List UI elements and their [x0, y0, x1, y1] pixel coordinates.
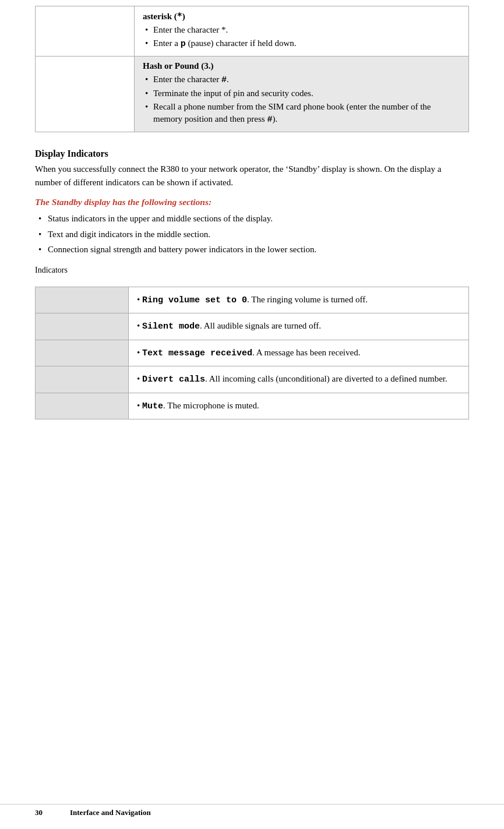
asterisk-title: asterisk (*) [143, 11, 460, 22]
list-item: Text and digit indicators in the middle … [35, 228, 469, 241]
indicator-icon-cell [36, 340, 129, 366]
footer-title: Interface and Navigation [70, 808, 151, 817]
list-item: Enter the character #. [143, 73, 460, 86]
list-item: Enter the character *. [143, 24, 460, 36]
page-footer: 30 Interface and Navigation [0, 804, 504, 817]
hash-bullets: Enter the character #. Terminate the inp… [143, 73, 460, 126]
table-row-hash: Hash or Pound (3.) Enter the character #… [36, 57, 469, 132]
list-item: Terminate the input of pin and security … [143, 87, 460, 100]
indicator-icon-cell [36, 366, 129, 393]
indicator-label: Mute [142, 401, 163, 411]
asterisk-icon-cell [36, 6, 135, 57]
indicator-label: Text message received [142, 348, 252, 358]
table-row: • Divert calls. All incoming calls (unco… [36, 366, 469, 393]
standby-list: Status indicators in the upper and middl… [35, 212, 469, 256]
indicator-icon-cell [36, 287, 129, 313]
indicators-label: Indicators [35, 266, 469, 275]
list-item: Enter a p (pause) character if held down… [143, 37, 460, 50]
table-row: • Ring volume set to 0. The ringing volu… [36, 287, 469, 313]
table-row: • Text message received. A message has b… [36, 340, 469, 366]
key-table: asterisk (*) Enter the character *. Ente… [35, 6, 469, 132]
page-content: asterisk (*) Enter the character *. Ente… [0, 0, 504, 472]
hash-char2: # [267, 115, 272, 125]
asterisk-desc-cell: asterisk (*) Enter the character *. Ente… [135, 6, 469, 57]
indicator-desc-cell: • Mute. The microphone is muted. [129, 393, 469, 419]
table-row: • Mute. The microphone is muted. [36, 393, 469, 419]
hash-desc-cell: Hash or Pound (3.) Enter the character #… [135, 57, 469, 132]
hash-icon-cell [36, 57, 135, 132]
standby-heading: The Standby display has the following se… [35, 197, 469, 207]
indicator-label: Divert calls [142, 375, 205, 384]
hash-char: # [221, 75, 227, 85]
indicator-icon-cell [36, 313, 129, 340]
display-indicators-body: When you successfully connect the R380 t… [35, 163, 469, 189]
table-row: • Silent mode. All audible signals are t… [36, 313, 469, 340]
hash-title: Hash or Pound (3.) [143, 61, 460, 71]
indicator-label: Ring volume set to 0 [142, 295, 247, 305]
asterisk-char: * [177, 11, 182, 22]
pause-char: p [181, 39, 186, 49]
indicators-table: • Ring volume set to 0. The ringing volu… [35, 287, 469, 420]
indicator-desc-cell: • Text message received. A message has b… [129, 340, 469, 366]
list-item: Connection signal strength and battery p… [35, 243, 469, 256]
indicator-desc-cell: • Ring volume set to 0. The ringing volu… [129, 287, 469, 313]
page-number: 30 [35, 808, 58, 817]
display-indicators-title: Display Indicators [35, 149, 469, 159]
indicator-desc-cell: • Divert calls. All incoming calls (unco… [129, 366, 469, 393]
list-item: Status indicators in the upper and middl… [35, 212, 469, 225]
table-row-asterisk: asterisk (*) Enter the character *. Ente… [36, 6, 469, 57]
indicator-icon-cell [36, 393, 129, 419]
indicator-label: Silent mode [142, 322, 200, 331]
indicator-desc-cell: • Silent mode. All audible signals are t… [129, 313, 469, 340]
list-item: Recall a phone number from the SIM card … [143, 101, 460, 126]
asterisk-bullets: Enter the character *. Enter a p (pause)… [143, 24, 460, 50]
